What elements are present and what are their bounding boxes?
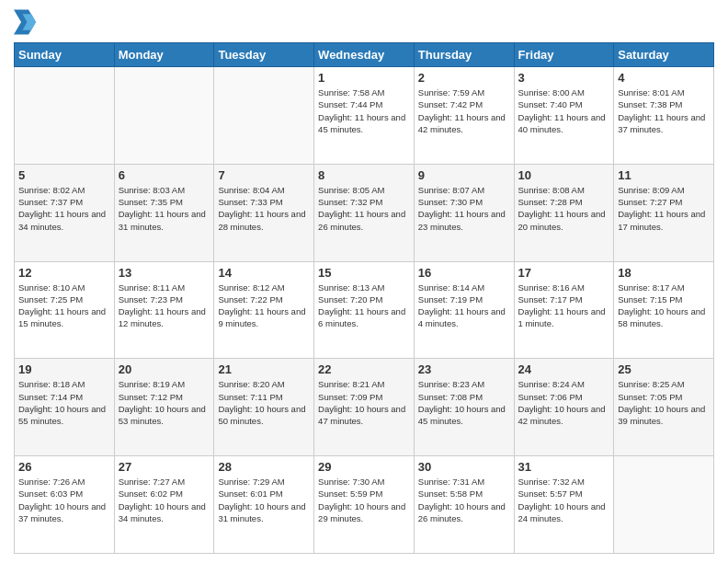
day-number: 4	[618, 71, 710, 85]
day-number: 16	[418, 266, 510, 280]
day-info: Sunrise: 7:59 AM Sunset: 7:42 PM Dayligh…	[418, 86, 510, 135]
day-number: 2	[418, 71, 510, 85]
day-info: Sunrise: 8:20 AM Sunset: 7:11 PM Dayligh…	[218, 378, 310, 427]
calendar-week-5: 26Sunrise: 7:26 AM Sunset: 6:03 PM Dayli…	[15, 456, 714, 554]
calendar-cell: 30Sunrise: 7:31 AM Sunset: 5:58 PM Dayli…	[414, 456, 514, 554]
calendar-cell: 23Sunrise: 8:23 AM Sunset: 7:08 PM Dayli…	[414, 359, 514, 456]
calendar-header: SundayMondayTuesdayWednesdayThursdayFrid…	[15, 43, 714, 67]
day-info: Sunrise: 8:13 AM Sunset: 7:20 PM Dayligh…	[318, 282, 410, 330]
day-number: 21	[218, 362, 310, 376]
day-number: 22	[318, 362, 410, 376]
calendar-cell: 15Sunrise: 8:13 AM Sunset: 7:20 PM Dayli…	[314, 261, 415, 359]
calendar-cell: 3Sunrise: 8:00 AM Sunset: 7:40 PM Daylig…	[514, 67, 614, 165]
day-info: Sunrise: 8:01 AM Sunset: 7:38 PM Dayligh…	[618, 86, 710, 135]
day-info: Sunrise: 8:07 AM Sunset: 7:30 PM Dayligh…	[418, 184, 510, 233]
day-info: Sunrise: 8:05 AM Sunset: 7:32 PM Dayligh…	[318, 184, 410, 233]
day-info: Sunrise: 8:25 AM Sunset: 7:05 PM Dayligh…	[618, 378, 710, 427]
calendar-cell: 13Sunrise: 8:11 AM Sunset: 7:23 PM Dayli…	[114, 261, 214, 359]
calendar-cell: 31Sunrise: 7:32 AM Sunset: 5:57 PM Dayli…	[514, 456, 614, 554]
day-info: Sunrise: 8:12 AM Sunset: 7:22 PM Dayligh…	[218, 282, 310, 330]
calendar-cell: 27Sunrise: 7:27 AM Sunset: 6:02 PM Dayli…	[114, 456, 214, 554]
day-number: 19	[18, 362, 110, 376]
day-number: 14	[218, 266, 310, 280]
page: SundayMondayTuesdayWednesdayThursdayFrid…	[0, 0, 728, 563]
day-number: 1	[318, 71, 410, 85]
calendar-cell: 14Sunrise: 8:12 AM Sunset: 7:22 PM Dayli…	[214, 261, 314, 359]
day-number: 28	[218, 460, 310, 474]
calendar-cell	[614, 456, 714, 554]
calendar-cell: 21Sunrise: 8:20 AM Sunset: 7:11 PM Dayli…	[214, 359, 314, 456]
day-info: Sunrise: 8:11 AM Sunset: 7:23 PM Dayligh…	[119, 282, 210, 330]
weekday-header-wednesday: Wednesday	[314, 43, 415, 67]
calendar-table: SundayMondayTuesdayWednesdayThursdayFrid…	[14, 42, 714, 554]
day-info: Sunrise: 8:21 AM Sunset: 7:09 PM Dayligh…	[318, 378, 410, 427]
day-info: Sunrise: 8:18 AM Sunset: 7:14 PM Dayligh…	[18, 378, 110, 427]
calendar-cell: 29Sunrise: 7:30 AM Sunset: 5:59 PM Dayli…	[314, 456, 415, 554]
calendar-cell: 17Sunrise: 8:16 AM Sunset: 7:17 PM Dayli…	[514, 261, 614, 359]
calendar-cell: 12Sunrise: 8:10 AM Sunset: 7:25 PM Dayli…	[15, 261, 115, 359]
day-info: Sunrise: 8:19 AM Sunset: 7:12 PM Dayligh…	[119, 378, 210, 427]
day-number: 26	[18, 460, 110, 474]
day-info: Sunrise: 8:04 AM Sunset: 7:33 PM Dayligh…	[218, 184, 310, 233]
day-info: Sunrise: 7:31 AM Sunset: 5:58 PM Dayligh…	[418, 476, 510, 524]
calendar-cell: 22Sunrise: 8:21 AM Sunset: 7:09 PM Dayli…	[314, 359, 415, 456]
day-number: 20	[119, 362, 210, 376]
calendar-cell	[214, 67, 314, 165]
day-info: Sunrise: 8:02 AM Sunset: 7:37 PM Dayligh…	[18, 184, 110, 233]
day-number: 24	[518, 362, 610, 376]
calendar-week-1: 1Sunrise: 7:58 AM Sunset: 7:44 PM Daylig…	[15, 67, 714, 165]
header	[14, 9, 714, 35]
calendar-cell	[15, 67, 115, 165]
day-info: Sunrise: 7:30 AM Sunset: 5:59 PM Dayligh…	[318, 476, 410, 524]
day-number: 3	[518, 71, 610, 85]
day-number: 11	[618, 168, 710, 182]
day-info: Sunrise: 8:17 AM Sunset: 7:15 PM Dayligh…	[618, 282, 710, 330]
day-number: 18	[618, 266, 710, 280]
calendar-cell: 18Sunrise: 8:17 AM Sunset: 7:15 PM Dayli…	[614, 261, 714, 359]
weekday-header-saturday: Saturday	[614, 43, 714, 67]
calendar-cell: 20Sunrise: 8:19 AM Sunset: 7:12 PM Dayli…	[114, 359, 214, 456]
day-info: Sunrise: 8:08 AM Sunset: 7:28 PM Dayligh…	[518, 184, 610, 233]
day-number: 29	[318, 460, 410, 474]
day-number: 15	[318, 266, 410, 280]
calendar-cell: 10Sunrise: 8:08 AM Sunset: 7:28 PM Dayli…	[514, 164, 614, 261]
calendar-cell: 19Sunrise: 8:18 AM Sunset: 7:14 PM Dayli…	[15, 359, 115, 456]
day-info: Sunrise: 7:26 AM Sunset: 6:03 PM Dayligh…	[18, 476, 110, 524]
day-number: 27	[119, 460, 210, 474]
day-info: Sunrise: 7:58 AM Sunset: 7:44 PM Dayligh…	[318, 86, 410, 135]
day-number: 9	[418, 168, 510, 182]
day-info: Sunrise: 8:10 AM Sunset: 7:25 PM Dayligh…	[18, 282, 110, 330]
day-number: 7	[218, 168, 310, 182]
logo-icon	[14, 9, 36, 35]
calendar-cell	[114, 67, 214, 165]
calendar-cell: 24Sunrise: 8:24 AM Sunset: 7:06 PM Dayli…	[514, 359, 614, 456]
day-info: Sunrise: 7:32 AM Sunset: 5:57 PM Dayligh…	[518, 476, 610, 524]
calendar-cell: 2Sunrise: 7:59 AM Sunset: 7:42 PM Daylig…	[414, 67, 514, 165]
calendar-cell: 16Sunrise: 8:14 AM Sunset: 7:19 PM Dayli…	[414, 261, 514, 359]
calendar-cell: 25Sunrise: 8:25 AM Sunset: 7:05 PM Dayli…	[614, 359, 714, 456]
day-number: 5	[18, 168, 110, 182]
calendar-cell: 4Sunrise: 8:01 AM Sunset: 7:38 PM Daylig…	[614, 67, 714, 165]
calendar-cell: 6Sunrise: 8:03 AM Sunset: 7:35 PM Daylig…	[114, 164, 214, 261]
weekday-header-tuesday: Tuesday	[214, 43, 314, 67]
calendar-week-4: 19Sunrise: 8:18 AM Sunset: 7:14 PM Dayli…	[15, 359, 714, 456]
weekday-header-monday: Monday	[114, 43, 214, 67]
day-info: Sunrise: 8:00 AM Sunset: 7:40 PM Dayligh…	[518, 86, 610, 135]
calendar-cell: 28Sunrise: 7:29 AM Sunset: 6:01 PM Dayli…	[214, 456, 314, 554]
calendar-cell: 26Sunrise: 7:26 AM Sunset: 6:03 PM Dayli…	[15, 456, 115, 554]
day-info: Sunrise: 8:03 AM Sunset: 7:35 PM Dayligh…	[119, 184, 210, 233]
weekday-row: SundayMondayTuesdayWednesdayThursdayFrid…	[15, 43, 714, 67]
day-number: 23	[418, 362, 510, 376]
calendar-week-3: 12Sunrise: 8:10 AM Sunset: 7:25 PM Dayli…	[15, 261, 714, 359]
day-number: 6	[119, 168, 210, 182]
calendar-week-2: 5Sunrise: 8:02 AM Sunset: 7:37 PM Daylig…	[15, 164, 714, 261]
calendar-cell: 11Sunrise: 8:09 AM Sunset: 7:27 PM Dayli…	[614, 164, 714, 261]
day-number: 30	[418, 460, 510, 474]
calendar-cell: 1Sunrise: 7:58 AM Sunset: 7:44 PM Daylig…	[314, 67, 415, 165]
day-info: Sunrise: 8:09 AM Sunset: 7:27 PM Dayligh…	[618, 184, 710, 233]
day-info: Sunrise: 8:16 AM Sunset: 7:17 PM Dayligh…	[518, 282, 610, 330]
calendar-cell: 5Sunrise: 8:02 AM Sunset: 7:37 PM Daylig…	[15, 164, 115, 261]
day-info: Sunrise: 8:23 AM Sunset: 7:08 PM Dayligh…	[418, 378, 510, 427]
day-number: 31	[518, 460, 610, 474]
calendar-cell: 9Sunrise: 8:07 AM Sunset: 7:30 PM Daylig…	[414, 164, 514, 261]
